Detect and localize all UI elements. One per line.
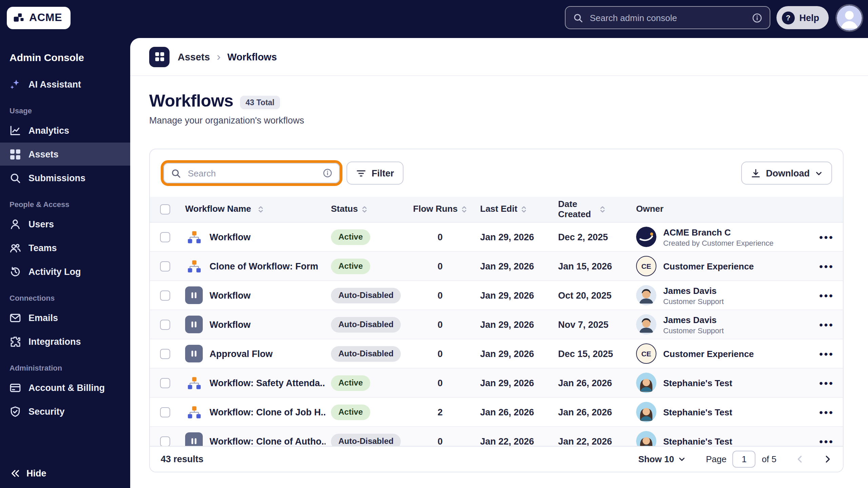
row-checkbox[interactable] [160, 349, 170, 359]
sparkles-icon [9, 78, 21, 90]
owner-subtitle: Customer Support [663, 326, 724, 334]
column-header-date-created[interactable]: Date Created [553, 199, 631, 220]
previous-page-button[interactable] [795, 455, 804, 464]
row-actions-button[interactable]: ••• [819, 231, 834, 243]
teams-icon [9, 242, 21, 254]
owner-avatar [636, 285, 656, 305]
sidebar-item-security[interactable]: Security [0, 400, 130, 423]
table-row[interactable]: WorkflowAuto-Disabled0Jan 29, 2026Nov 7,… [150, 310, 843, 339]
row-checkbox[interactable] [160, 261, 170, 271]
page-input[interactable] [733, 451, 756, 468]
page-header: Workflows 43 Total Manage your organizat… [130, 76, 868, 126]
owner-name: Stephanie's Test [663, 436, 732, 446]
row-actions-button[interactable]: ••• [819, 289, 834, 301]
owner-avatar [636, 431, 656, 446]
row-actions-button[interactable]: ••• [819, 435, 834, 446]
table-search-input[interactable] [186, 167, 317, 179]
sidebar-item-label: Integrations [28, 336, 81, 346]
sidebar-item-assets[interactable]: Assets [0, 143, 130, 166]
date-created-value: Jan 26, 2026 [553, 407, 631, 417]
row-checkbox[interactable] [160, 378, 170, 388]
column-header-last-edit[interactable]: Last Edit [475, 204, 553, 214]
next-page-button[interactable] [823, 455, 832, 464]
info-icon[interactable] [752, 13, 762, 23]
column-header-flow-runs[interactable]: Flow Runs [400, 204, 475, 214]
of-label: of 5 [762, 454, 776, 464]
owner-avatar [636, 227, 656, 247]
row-checkbox[interactable] [160, 319, 170, 330]
row-checkbox[interactable] [160, 232, 170, 242]
select-all-checkbox[interactable] [160, 204, 170, 214]
table-search[interactable] [163, 163, 340, 183]
total-count-badge: 43 Total [240, 95, 280, 109]
owner-avatar [636, 373, 656, 393]
row-actions-button[interactable]: ••• [819, 348, 834, 359]
workflow-name: Workflow [210, 319, 251, 330]
status-badge: Active [331, 404, 370, 420]
table-row[interactable]: WorkflowActive0Jan 29, 2026Dec 2, 2025AC… [150, 223, 843, 252]
sidebar-item-integrations[interactable]: Integrations [0, 330, 130, 353]
status-badge: Active [331, 375, 370, 391]
assets-icon [9, 148, 21, 160]
collapse-icon [10, 468, 20, 478]
row-actions-button[interactable]: ••• [819, 406, 834, 418]
row-checkbox[interactable] [160, 436, 170, 446]
filter-button[interactable]: Filter [347, 162, 403, 185]
flow-runs-value: 0 [400, 319, 475, 330]
column-header-status[interactable]: Status [326, 204, 400, 214]
table-row[interactable]: WorkflowAuto-Disabled0Jan 29, 2026Oct 20… [150, 281, 843, 310]
sidebar-item-submissions[interactable]: Submissions [0, 166, 130, 189]
acme-logo[interactable]: ACME [7, 6, 70, 29]
help-label: Help [799, 13, 819, 23]
info-icon[interactable] [323, 168, 332, 178]
download-button[interactable]: Download [741, 162, 832, 185]
status-badge: Auto-Disabled [331, 287, 401, 303]
help-button[interactable]: ? Help [776, 6, 829, 29]
user-avatar[interactable] [837, 5, 862, 30]
row-checkbox[interactable] [160, 407, 170, 417]
paused-workflow-icon [185, 432, 203, 446]
grid-icon[interactable] [149, 46, 170, 67]
sidebar-item-activity-log[interactable]: Activity Log [0, 260, 130, 283]
column-label: Status [331, 204, 358, 214]
sidebar-item-account-billing[interactable]: Account & Billing [0, 376, 130, 399]
sidebar-item-analytics[interactable]: Analytics [0, 119, 130, 142]
envelope-icon [9, 312, 21, 323]
sidebar-item-ai-assistant[interactable]: AI Assistant [0, 73, 130, 96]
owner-name: Stephanie's Test [663, 407, 732, 417]
column-header-workflow-name[interactable]: Workflow Name [180, 204, 326, 214]
sidebar-section-label: Connections [0, 284, 130, 305]
table-row[interactable]: Workflow: Safety Attenda...Active0Jan 29… [150, 369, 843, 398]
hide-sidebar-button[interactable]: Hide [0, 458, 130, 488]
breadcrumb-assets-link[interactable]: Assets [178, 51, 210, 62]
table-row[interactable]: Workflow: Clone of Autho...Auto-Disabled… [150, 427, 843, 446]
date-created-value: Dec 2, 2025 [553, 232, 631, 242]
owner-avatar: CE [636, 343, 656, 364]
paused-workflow-icon [185, 286, 203, 304]
table-row[interactable]: Workflow: Clone of Job H...Active2Jan 26… [150, 398, 843, 427]
row-actions-button[interactable]: ••• [819, 260, 834, 272]
user-icon [9, 218, 21, 230]
workflow-icon [185, 374, 203, 392]
select-all-cell [150, 204, 180, 214]
workflow-name: Workflow [210, 232, 251, 242]
search-icon [573, 13, 583, 23]
row-checkbox[interactable] [160, 290, 170, 300]
sidebar-item-emails[interactable]: Emails [0, 306, 130, 329]
sidebar-item-users[interactable]: Users [0, 212, 130, 236]
admin-search[interactable] [565, 6, 770, 29]
row-actions-button[interactable]: ••• [819, 319, 834, 330]
column-label: Owner [636, 204, 664, 214]
flow-runs-value: 0 [400, 436, 475, 446]
topbar-right: ? Help [565, 5, 862, 30]
table-row[interactable]: Approval FlowAuto-Disabled0Jan 29, 2026D… [150, 339, 843, 369]
sidebar-item-teams[interactable]: Teams [0, 236, 130, 259]
admin-search-input[interactable] [588, 12, 746, 23]
row-actions-button[interactable]: ••• [819, 377, 834, 389]
activity-log-icon [9, 266, 21, 277]
last-edit-value: Jan 22, 2026 [475, 436, 553, 446]
page-size-select[interactable]: Show 10 [638, 454, 686, 464]
table-row[interactable]: Clone of Workflow: FormActive0Jan 29, 20… [150, 252, 843, 281]
sidebar-item-label: Activity Log [28, 266, 81, 277]
search-highlight-ring [161, 160, 342, 186]
